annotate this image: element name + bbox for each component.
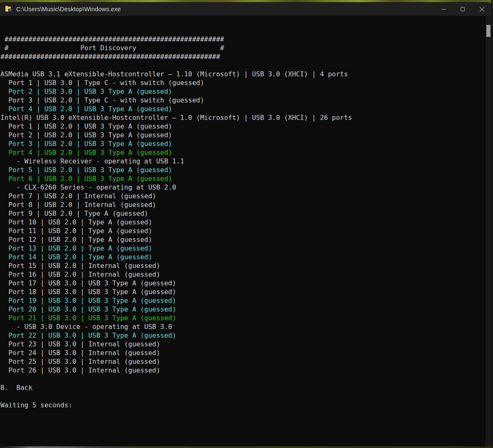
window-title: C:\Users\Music\Desktop\Windows.exe [16, 6, 121, 12]
minimize-icon [442, 9, 446, 10]
console-line: Port 2 | USB 2.0 | USB 3 Type A (guessed… [0, 131, 485, 139]
console-line: Port 6 | USB 2.0 | USB 3 Type A (guessed… [0, 174, 485, 183]
console-line: Port 8 | USB 2.0 | Internal (guessed) [0, 200, 485, 209]
console-line: Port 10 | USB 2.0 | Type A (guessed) [0, 218, 485, 226]
close-icon [479, 7, 485, 12]
console-line: - Wireless Receiver - operating at USB 1… [0, 157, 485, 166]
console-line: Port 16 | USB 2.0 | Internal (guessed) [0, 270, 485, 279]
console-line: B. Back [0, 383, 485, 392]
console-line: Port 15 | USB 2.0 | Internal (guessed) [0, 261, 485, 270]
console-line: Port 23 | USB 3.0 | Internal (guessed) [0, 340, 485, 348]
console-line: Port 3 | USB 2.0 | Type C - with switch … [0, 96, 485, 105]
console-line [0, 392, 485, 401]
console-line: Port 9 | USB 2.0 | Type A (guessed) [0, 209, 485, 218]
console-line: Waiting 5 seconds: [0, 401, 485, 409]
console-line: Port 22 | USB 3.0 | USB 3 Type A (guesse… [0, 331, 485, 340]
scrollbar-thumb[interactable] [486, 25, 491, 37]
console-window: C:\Users\Music\Desktop\Windows.exe #####… [0, 2, 491, 446]
maximize-button[interactable] [453, 2, 472, 16]
titlebar: C:\Users\Music\Desktop\Windows.exe [0, 2, 491, 16]
app-icon[interactable] [5, 6, 12, 12]
scrollbar[interactable] [486, 16, 491, 446]
console-line: - CLX-6260 Series - operating at USB 2.0 [0, 183, 485, 192]
program-icon [8, 9, 12, 12]
console-line: Port 1 | USB 2.0 | USB 3 Type A (guessed… [0, 122, 485, 131]
console-line: Port 14 | USB 2.0 | Type A (guessed) [0, 253, 485, 261]
console-line: Port 4 | USB 2.0 | USB 3 Type A (guessed… [0, 105, 485, 113]
console-line: Port 1 | USB 3.0 | Type C - with switch … [0, 78, 485, 87]
console-line: Port 20 | USB 3.0 | USB 3 Type A (guesse… [0, 305, 485, 314]
console-line [0, 61, 485, 70]
console-line: Port 18 | USB 3.0 | USB 3 Type A (guesse… [0, 287, 485, 296]
console-line: Port 11 | USB 2.0 | Type A (guessed) [0, 226, 485, 235]
console-line: Intel(R) USB 3.0 eXtensible-Hostcontroll… [0, 113, 485, 122]
console-line: Port 17 | USB 3.0 | USB 3 Type A (guesse… [0, 279, 485, 287]
console-line: Port 24 | USB 3.0 | Internal (guessed) [0, 348, 485, 357]
console-line: Port 12 | USB 2.0 | Type A (guessed) [0, 235, 485, 244]
window-controls [434, 2, 491, 16]
console-line: Port 7 | USB 2.0 | Internal (guessed) [0, 192, 485, 200]
console-line: Port 5 | USB 2.0 | USB 3 Type A (guessed… [0, 166, 485, 174]
console-line [0, 375, 485, 383]
console-line: Port 21 | USB 3.0 | USB 3 Type A (guesse… [0, 314, 485, 322]
console-line: ASMedia USB 3.1 eXtensible-Hostcontrolle… [0, 70, 485, 78]
console-lines: ########################################… [0, 35, 485, 409]
maximize-icon [461, 7, 465, 11]
console-line: Port 26 | USB 3.0 | Internal (guessed) [0, 366, 485, 375]
console-line: # Port Discovery # [0, 44, 485, 52]
console-line: Port 19 | USB 3.0 | USB 3 Type A (guesse… [0, 296, 485, 305]
console-output: ########################################… [0, 16, 491, 446]
minimize-button[interactable] [434, 2, 453, 16]
console-line: ########################################… [0, 52, 485, 61]
console-line: ########################################… [0, 35, 485, 44]
console-line: Port 25 | USB 3.0 | Internal (guessed) [0, 357, 485, 366]
console-line: Port 2 | USB 3.0 | USB 3 Type A (guessed… [0, 87, 485, 96]
console-line: Port 13 | USB 2.0 | Type A (guessed) [0, 244, 485, 253]
console-line: - USB 3.0 Device - operating at USB 3.0 [0, 322, 485, 331]
console-line: Port 4 | USB 2.0 | USB 3 Type A (guessed… [0, 148, 485, 157]
console-line: Port 3 | USB 2.0 | USB 3 Type A (guessed… [0, 139, 485, 148]
close-button[interactable] [472, 2, 491, 16]
